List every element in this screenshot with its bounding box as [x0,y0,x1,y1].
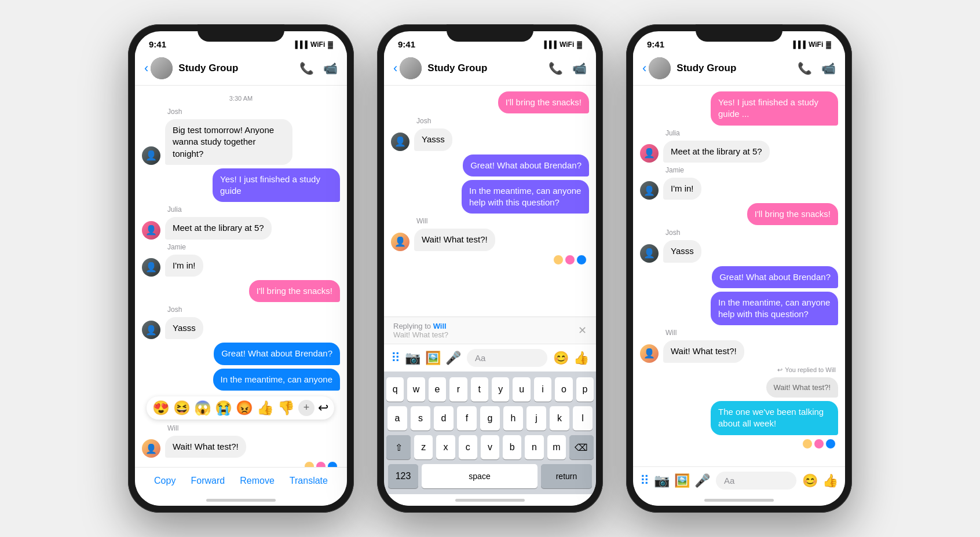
key-o[interactable]: o [555,377,572,402]
key-u[interactable]: u [513,377,530,402]
like-input-icon-3[interactable]: 👍 [822,473,838,488]
phone-call-icon-2[interactable]: 📞 [548,61,563,75]
emoji-like-1[interactable]: 👍 [257,400,274,416]
bubble-out1-2: I'll bring the snacks! [498,91,589,113]
bubble-out4-1: In the meantime, can anyone [213,369,340,391]
group-avatar-3 [649,57,671,79]
msg-row-out3-1: Great! What about Brendan? [142,343,340,365]
quoted-bubble-3: Wait! What test?! [766,377,839,398]
input-icons-3: ⠿ 📷 🖼️ 🎤 [640,473,710,488]
key-v[interactable]: v [481,435,499,459]
photo-icon-3[interactable]: 🖼️ [674,473,690,488]
key-x[interactable]: x [436,435,455,459]
like-input-icon-2[interactable]: 👍 [573,351,589,366]
emoji-wow-1[interactable]: 😱 [194,400,211,416]
emoji-cry-1[interactable]: 😭 [215,400,232,416]
receipt-3a [802,439,813,449]
emoji-angry-1[interactable]: 😡 [236,400,253,416]
chat-header-3: ‹ Study Group 📞 📹 [633,53,845,86]
status-icons-3: ▐▐▐ WiFi ▓ [791,41,831,49]
key-z[interactable]: z [414,435,433,459]
msg-row-out3-3: Great! What about Brendan? [640,266,838,288]
sender-will-3: Will [665,329,838,337]
msg-row-will-2: 👤 Wait! What test?! [391,229,589,251]
key-w[interactable]: w [407,377,425,402]
key-r[interactable]: r [449,377,467,402]
emoji-laugh-1[interactable]: 😆 [173,400,191,416]
dots-icon-2[interactable]: ⠿ [391,351,400,366]
key-a[interactable]: a [387,406,407,431]
key-i[interactable]: i [534,377,551,402]
key-b[interactable]: b [503,435,521,459]
remove-button[interactable]: Remove [240,476,275,486]
reply-strip-2: Replying to Will Wait! What test? ✕ [384,317,596,344]
bubble-josh-2: Yasss [414,128,452,150]
key-e[interactable]: e [429,377,446,402]
photo-icon-2[interactable]: 🖼️ [425,351,441,366]
receipt-3c [825,439,836,449]
camera-icon-2[interactable]: 📷 [405,351,420,366]
key-y[interactable]: y [492,377,509,402]
camera-icon-3[interactable]: 📷 [654,473,670,488]
bubble-out5-3: The one we've been talking about all wee… [711,401,838,435]
back-button-1[interactable]: ‹ [144,61,148,76]
reaction-plus-1[interactable]: + [298,400,315,416]
key-s[interactable]: s [411,406,430,431]
key-numbers[interactable]: 123 [388,464,418,488]
msg-row-julia-1: 👤 Meet at the library at 5? [142,217,340,239]
input-bar-3: ⠿ 📷 🖼️ 🎤 Aa 😊 👍 [633,466,845,494]
emoji-love-1[interactable]: 😍 [152,400,170,416]
key-l[interactable]: l [573,406,593,431]
phone-call-icon-3[interactable]: 📞 [798,61,812,75]
key-p[interactable]: p [576,377,594,402]
key-h[interactable]: h [503,406,523,431]
key-t[interactable]: t [471,377,488,402]
msg-row-will-1: 👤 Wait! What test?! [142,436,340,458]
notch-2 [447,24,533,42]
back-button-3[interactable]: ‹ [642,61,646,76]
translate-button[interactable]: Translate [290,476,328,486]
key-return[interactable]: return [541,464,592,488]
key-m[interactable]: m [547,435,566,459]
msg-row-josh-1: 👤 Big test tomorrow! Anyone wanna study … [142,119,340,165]
forward-button[interactable]: Forward [191,476,225,486]
messages-area-1: 3:30 AM Josh 👤 Big test tomorrow! Anyone… [135,86,347,467]
back-button-2[interactable]: ‹ [393,61,397,76]
video-call-icon-1[interactable]: 📹 [323,61,338,75]
key-c[interactable]: c [459,435,477,459]
key-g[interactable]: g [480,406,500,431]
phone-call-icon-1[interactable]: 📞 [299,61,314,75]
reply-to-label-2: Replying to Will [393,322,448,330]
avatar-jamie-1: 👤 [142,258,160,277]
bubble-jamie-1: I'm in! [165,255,203,277]
key-j[interactable]: j [526,406,546,431]
battery-icon-2: ▓ [577,41,582,49]
reaction-reply-1[interactable]: ↩ [318,400,328,415]
wifi-icon-2: WiFi [560,41,574,49]
bubble-will-3: Wait! What test?! [663,340,744,362]
header-actions-1: 📞 📹 [299,61,338,75]
emoji-input-icon-3[interactable]: 😊 [802,473,818,488]
key-shift[interactable]: ⇧ [386,435,411,459]
header-title-2: Study Group [427,62,548,74]
key-k[interactable]: k [550,406,569,431]
bubble-out3-2: In the meantime, can anyone help with th… [462,180,589,214]
key-space[interactable]: space [422,464,537,488]
video-call-icon-3[interactable]: 📹 [821,61,836,75]
dots-icon-3[interactable]: ⠿ [640,473,649,488]
key-n[interactable]: n [525,435,543,459]
message-input-3[interactable]: Aa [716,472,796,490]
mic-icon-3[interactable]: 🎤 [694,473,710,488]
emoji-input-icon-2[interactable]: 😊 [553,351,569,366]
key-delete[interactable]: ⌫ [569,435,594,459]
mic-icon-2[interactable]: 🎤 [445,351,461,366]
msg-row-out3-2: In the meantime, can anyone help with th… [391,180,589,214]
key-f[interactable]: f [457,406,477,431]
message-input-2[interactable]: Aa [467,349,547,367]
reply-close-button-2[interactable]: ✕ [578,324,587,337]
key-d[interactable]: d [434,406,454,431]
copy-button[interactable]: Copy [154,476,175,486]
key-q[interactable]: q [386,377,404,402]
emoji-dislike-1[interactable]: 👎 [277,400,295,416]
video-call-icon-2[interactable]: 📹 [572,61,587,75]
